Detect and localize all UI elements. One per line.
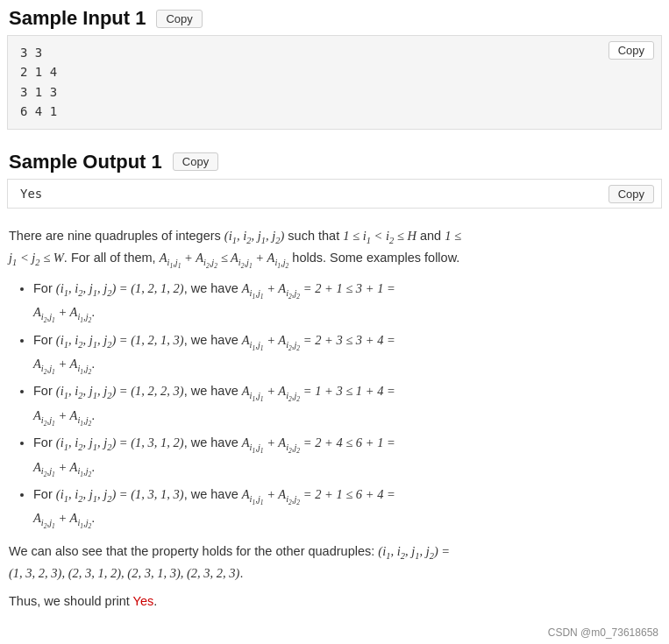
math-condition-1: 1 ≤ i1 < i2 ≤ H — [343, 229, 416, 243]
sample-input-code-block: Copy 3 3 2 1 4 3 1 3 6 4 1 — [7, 35, 662, 130]
output-value: Yes — [20, 187, 42, 201]
example-item-4: For (i1, i2, j1, j2) = (1, 3, 1, 2), we … — [33, 433, 660, 481]
explanation-other-paragraph: We can also see that the property holds … — [9, 541, 660, 584]
example-item-3: For (i1, i2, j1, j2) = (1, 2, 2, 3), we … — [33, 381, 660, 429]
watermark: CSDN @m0_73618658 — [548, 626, 658, 639]
code-line-2: 2 1 4 — [20, 62, 649, 81]
explanation-conclusion-paragraph: Thus, we should print Yes. — [9, 591, 660, 612]
yes-text: Yes — [133, 594, 154, 608]
example-item-5: For (i1, i2, j1, j2) = (1, 3, 1, 3), we … — [33, 485, 660, 533]
math-tuple: (i1, i2, j1, j2) — [224, 229, 284, 243]
page-wrapper: Sample Input 1 Copy Copy 3 3 2 1 4 3 1 3… — [0, 0, 669, 644]
sample-output-code-copy-button[interactable]: Copy — [609, 185, 654, 203]
math-inequality: Ai1,j1 + Ai2,j2 ≤ Ai2,j1 + Ai1,j2 — [160, 251, 289, 265]
example-item-2: For (i1, i2, j1, j2) = (1, 2, 1, 3), we … — [33, 330, 660, 379]
explanation-section: There are nine quadruples of integers (i… — [0, 219, 669, 625]
sample-output-header: Sample Output 1 Copy — [0, 144, 669, 179]
sample-input-code-copy-button[interactable]: Copy — [609, 41, 654, 60]
examples-list: For (i1, i2, j1, j2) = (1, 2, 1, 2), we … — [33, 279, 660, 533]
sample-input-copy-button[interactable]: Copy — [156, 10, 202, 28]
math-condition-2: 1 ≤ — [445, 229, 461, 243]
code-line-1: 3 3 — [20, 43, 649, 62]
example-item-1: For (i1, i2, j1, j2) = (1, 2, 1, 2), we … — [33, 279, 660, 327]
math-condition-3: j1 < j2 ≤ W — [9, 251, 64, 265]
sample-output-title: Sample Output 1 — [9, 151, 162, 173]
code-line-4: 6 4 1 — [20, 102, 649, 121]
sample-input-header: Sample Input 1 Copy — [0, 0, 669, 35]
sample-output-copy-button[interactable]: Copy — [173, 152, 218, 171]
sample-input-title: Sample Input 1 — [9, 7, 146, 30]
sample-output-block: Copy Yes — [7, 179, 662, 209]
code-line-3: 3 1 3 — [20, 82, 649, 102]
explanation-intro-paragraph: There are nine quadruples of integers (i… — [9, 226, 660, 272]
